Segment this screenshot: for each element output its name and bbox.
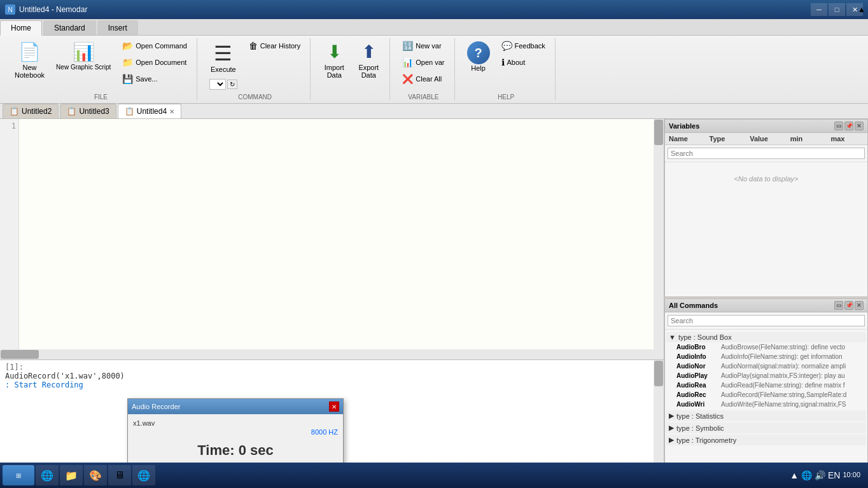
- editor-tabs: 📋 Untitled2 📋 Untitled3 📋 Untitled4 ✕: [0, 104, 868, 119]
- import-data-button[interactable]: ⬇ ImportData: [318, 38, 350, 82]
- taskbar: ⊞ 🌐 📁 🎨 🖥 🌐 ▲ 🌐 🔊 EN 10:00: [0, 463, 868, 488]
- audiorec-short: AudioRec: [676, 391, 721, 398]
- command-group-symbolic-header[interactable]: ▶ type : Symbolic: [666, 422, 866, 433]
- commands-restore-btn[interactable]: ▭: [834, 301, 843, 310]
- dialog-title: Audio Recorder: [132, 403, 180, 410]
- taskbar-tray: ▲ 🌐 🔊 EN 10:00: [785, 470, 865, 480]
- code-content-top[interactable]: [20, 122, 652, 348]
- execute-select[interactable]: [209, 79, 226, 90]
- command-group-trigonometry: ▶ type : Trigonometry: [666, 435, 866, 445]
- tray-up-icon[interactable]: ▲: [790, 470, 799, 480]
- commands-pin-btn[interactable]: 📌: [844, 301, 853, 310]
- window-controls: ─ □ ✕: [811, 3, 863, 16]
- editor-tab-untitled2[interactable]: 📋 Untitled2: [3, 104, 59, 118]
- open-document-button[interactable]: 📁 Open Document: [118, 55, 192, 70]
- command-audioinfo[interactable]: AudioInfo AudioInfo(FileName:string): ge…: [666, 352, 866, 361]
- command-group-statistics-header[interactable]: ▶ type : Statistics: [666, 410, 866, 421]
- open-document-label: Open Document: [136, 59, 186, 66]
- taskbar-monitor-btn[interactable]: 🖥: [108, 465, 131, 485]
- new-graphic-script-icon: 📊: [73, 41, 95, 62]
- dialog-filename: x1.wav: [133, 419, 338, 427]
- ribbon-collapse-btn[interactable]: ▲: [858, 5, 865, 14]
- tab-untitled4-label: Untitled4: [137, 107, 167, 116]
- command-audioread[interactable]: AudioRea AudioRead(FileName:string): def…: [666, 380, 866, 390]
- new-notebook-button[interactable]: 📄 NewNotebook: [10, 38, 49, 82]
- maximize-button[interactable]: □: [829, 3, 845, 16]
- clear-all-button[interactable]: ❌ Clear All: [398, 71, 449, 87]
- import-data-icon: ⬇: [327, 41, 342, 62]
- editor-scroll-horizontal-top[interactable]: [0, 349, 654, 359]
- main-layout: 1 [1]: AudioRecord('x1.wav',8000) : Star…: [0, 119, 868, 487]
- execute-dropdown[interactable]: ↻: [209, 79, 237, 90]
- commands-search-input[interactable]: [668, 315, 865, 326]
- line-numbers: 1: [0, 119, 19, 359]
- variables-pin-btn[interactable]: 📌: [844, 122, 853, 130]
- about-button[interactable]: ℹ About: [497, 55, 550, 70]
- dialog-close-button[interactable]: ✕: [329, 401, 339, 412]
- scroll-thumb-horizontal-top[interactable]: [1, 350, 39, 359]
- file-buttons: 📄 NewNotebook 📊 New Graphic Script 📂 Ope…: [10, 38, 192, 90]
- save-button[interactable]: 💾 Save...: [118, 71, 192, 87]
- new-var-button[interactable]: 🔢 New var: [398, 38, 449, 53]
- variables-search-input[interactable]: [668, 148, 865, 159]
- editor-tab-untitled4[interactable]: 📋 Untitled4 ✕: [118, 104, 181, 118]
- command-group-trigonometry-header[interactable]: ▶ type : Trigonometry: [666, 435, 866, 445]
- command-audionormal[interactable]: AudioNor AudioNormal(signal:matrix): nor…: [666, 361, 866, 371]
- command-audioplay[interactable]: AudioPlay AudioPlay(signal:matrix,FS:int…: [666, 371, 866, 380]
- audioplay-short: AudioPlay: [676, 372, 721, 379]
- commands-panel-controls: ▭ 📌 ✕: [834, 301, 864, 310]
- command-group-soundbox-header[interactable]: ▼ type : Sound Box: [666, 332, 866, 342]
- commands-search[interactable]: [665, 312, 867, 330]
- help-label: Help: [471, 64, 486, 72]
- tab-standard[interactable]: Standard: [43, 20, 96, 35]
- editor-tab-untitled3[interactable]: 📋 Untitled3: [60, 104, 116, 118]
- taskbar-ie-btn[interactable]: 🌐: [36, 465, 59, 485]
- scroll-thumb-vertical-top[interactable]: [654, 120, 663, 145]
- editor-top[interactable]: 1: [0, 119, 664, 360]
- start-recording-link[interactable]: : Start Recording: [5, 380, 83, 389]
- open-var-button[interactable]: 📊 Open var: [398, 55, 449, 70]
- taskbar-paint-btn[interactable]: 🎨: [84, 465, 107, 485]
- command-audiowrite[interactable]: AudioWri AudioWrite(FileName:string,sign…: [666, 400, 866, 409]
- tray-speaker-icon[interactable]: 🔊: [815, 470, 825, 480]
- tab-home[interactable]: Home: [0, 20, 42, 36]
- clear-all-label: Clear All: [416, 75, 442, 83]
- variables-close-btn[interactable]: ✕: [855, 122, 864, 130]
- command-audiobrowse[interactable]: AudioBro AudioBrowse(FileName:string): d…: [666, 342, 866, 352]
- command-group-soundbox: ▼ type : Sound Box AudioBro AudioBrowse(…: [666, 332, 866, 409]
- execute-button[interactable]: ☰ Execute: [205, 38, 242, 76]
- open-command-button[interactable]: 📂 Open Command: [118, 38, 192, 53]
- new-graphic-script-button[interactable]: 📊 New Graphic Script: [52, 38, 115, 74]
- tab-insert[interactable]: Insert: [97, 20, 138, 35]
- tray-network-icon[interactable]: 🌐: [801, 470, 812, 480]
- feedback-button[interactable]: 💬 Feedback: [497, 38, 550, 53]
- tab-untitled4-icon: 📋: [125, 107, 134, 116]
- export-data-button[interactable]: ⬆ ExportData: [353, 38, 384, 82]
- ribbon: Home Standard Insert 📄 NewNotebook 📊 New…: [0, 19, 868, 104]
- command-audiorec[interactable]: AudioRec AudioRecord(FileName:string,Sam…: [666, 390, 866, 400]
- execute-refresh-btn[interactable]: ↻: [227, 80, 237, 89]
- commands-close-btn[interactable]: ✕: [855, 301, 864, 310]
- help-group-label: HELP: [498, 91, 514, 101]
- command-group-statistics: ▶ type : Statistics: [666, 410, 866, 421]
- ribbon-group-file: 📄 NewNotebook 📊 New Graphic Script 📂 Ope…: [5, 38, 197, 101]
- clear-history-button[interactable]: 🗑 Clear History: [244, 38, 305, 53]
- new-var-label: New var: [416, 42, 441, 50]
- editor-scroll-vertical-top[interactable]: [654, 119, 664, 359]
- command-group-label: COMMAND: [238, 91, 272, 101]
- tray-lang-icon[interactable]: EN: [828, 470, 840, 480]
- help-button[interactable]: ? Help: [463, 38, 494, 75]
- taskbar-explorer-btn[interactable]: 📁: [60, 465, 83, 485]
- scroll-thumb-vertical-bottom[interactable]: [654, 361, 663, 386]
- variables-panel-title: Variables: [669, 122, 699, 130]
- tray-clock[interactable]: 10:00: [843, 470, 860, 480]
- tab-untitled4-close[interactable]: ✕: [169, 108, 174, 115]
- start-button[interactable]: ⊞: [3, 465, 34, 485]
- taskbar-browser-btn[interactable]: 🌐: [132, 465, 155, 485]
- ribbon-content: 📄 NewNotebook 📊 New Graphic Script 📂 Ope…: [0, 36, 868, 103]
- new-notebook-icon: 📄: [18, 41, 41, 62]
- variables-restore-btn[interactable]: ▭: [834, 122, 843, 130]
- minimize-button[interactable]: ─: [811, 3, 827, 16]
- right-panels: Variables ▭ 📌 ✕ Name Type Value min max …: [664, 119, 868, 487]
- variables-search[interactable]: [665, 145, 867, 162]
